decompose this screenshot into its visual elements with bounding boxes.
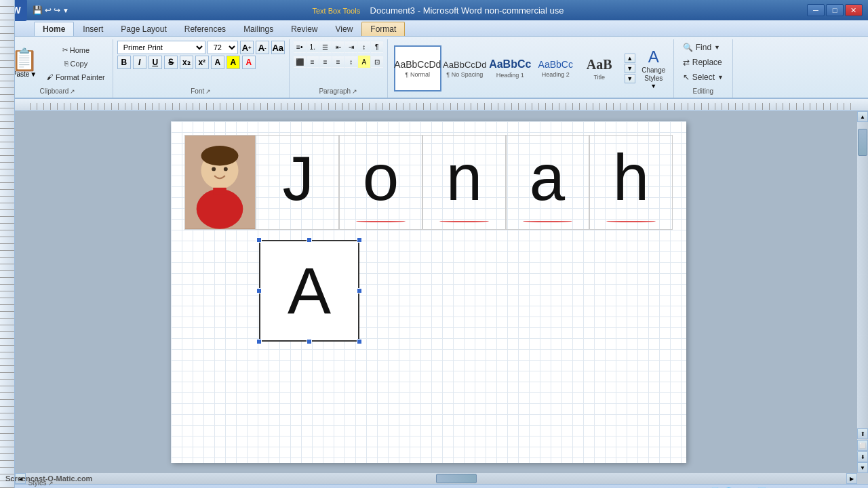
bullets-button[interactable]: ≡• <box>294 41 306 53</box>
scroll-thumb-h[interactable] <box>436 474 477 483</box>
italic-button[interactable]: I <box>133 56 146 69</box>
text-effects-button[interactable]: A <box>211 56 224 69</box>
increase-indent-button[interactable]: ⇥ <box>345 41 357 53</box>
tab-format[interactable]: Format <box>361 22 405 36</box>
close-button[interactable]: ✕ <box>845 4 863 16</box>
scroll-next-button[interactable]: ⬇ <box>857 451 868 462</box>
subscript-button[interactable]: x₂ <box>180 56 193 69</box>
numbering-button[interactable]: 1. <box>307 41 319 53</box>
shrink-font-button[interactable]: A- <box>256 41 269 54</box>
shading-button[interactable]: A <box>358 56 370 68</box>
styles-scroll-up[interactable]: ▲ <box>625 54 635 63</box>
minimize-button[interactable]: ─ <box>807 4 825 16</box>
find-button[interactable]: 🔍 Find ▼ <box>678 41 725 54</box>
style-nospace[interactable]: AaBbCcDd ¶ No Spacing <box>443 45 487 92</box>
quick-more[interactable]: ▼ <box>62 7 69 14</box>
align-center-button[interactable]: ≡ <box>307 56 319 68</box>
tab-insert[interactable]: Insert <box>74 22 112 36</box>
underline-button[interactable]: U <box>149 56 162 69</box>
style-normal[interactable]: AaBbCcDd ¶ Normal <box>394 45 441 92</box>
replace-button[interactable]: ⇄ Replace <box>678 56 727 69</box>
handle-bottom-middle[interactable] <box>307 339 312 344</box>
document-page: J o n a h <box>171 121 686 463</box>
line-spacing-button[interactable]: ↕ <box>345 56 357 68</box>
photo-placeholder <box>185 136 255 229</box>
handle-middle-left[interactable] <box>256 288 262 293</box>
scroll-track-v[interactable] <box>857 122 868 428</box>
select-button[interactable]: ↖ Select ▼ <box>678 70 728 84</box>
style-h2[interactable]: AaBbCc Heading 2 <box>534 45 578 92</box>
tab-mailings[interactable]: Mailings <box>235 22 282 36</box>
letter-A: A <box>288 253 331 328</box>
cut-button[interactable]: ✂ Home <box>43 44 108 56</box>
copy-button[interactable]: ⎘ Copy <box>43 58 108 70</box>
find-dropdown[interactable]: ▼ <box>714 44 720 51</box>
svg-rect-6 <box>213 188 226 195</box>
page-container[interactable]: J o n a h <box>0 111 857 473</box>
format-painter-button[interactable]: 🖌 Format Painter <box>43 71 108 83</box>
handle-bottom-left[interactable] <box>256 339 262 344</box>
change-styles-dropdown[interactable]: ▼ <box>650 83 656 89</box>
clipboard-group: 📋 Paste ▼ ✂ Home ⎘ Copy 🖌 Format Painter <box>3 39 113 98</box>
tab-page-layout[interactable]: Page Layout <box>112 22 175 36</box>
style-title[interactable]: AaB Title <box>579 45 620 92</box>
clear-format-button[interactable]: Aa <box>271 41 285 54</box>
find-icon: 🔍 <box>683 43 693 52</box>
paste-button[interactable]: 📋 <box>11 49 38 70</box>
decrease-indent-button[interactable]: ⇤ <box>332 41 344 53</box>
grow-font-button[interactable]: A+ <box>240 41 254 54</box>
change-styles-button[interactable]: A Change Styles ▼ <box>637 45 671 92</box>
window-title: Text Box Tools Document3 - Microsoft Wor… <box>312 5 564 16</box>
highlight-button[interactable]: A <box>226 56 240 69</box>
scroll-up-button[interactable]: ▲ <box>857 111 868 122</box>
paragraph-label: Paragraph ↗ <box>294 86 383 96</box>
editing-content: 🔍 Find ▼ ⇄ Replace ↖ Select ▼ <box>678 41 728 86</box>
tab-home[interactable]: Home <box>34 22 74 36</box>
svg-point-1 <box>197 189 243 229</box>
handle-bottom-right[interactable] <box>357 339 362 344</box>
bold-button[interactable]: B <box>117 56 131 69</box>
paste-dropdown[interactable]: ▼ <box>30 70 37 78</box>
scroll-track-h[interactable] <box>26 473 846 484</box>
styles-scroll-more[interactable]: ▼ <box>625 74 635 83</box>
quick-undo[interactable]: ↩ <box>45 5 52 15</box>
squiggle-a <box>523 220 572 222</box>
styles-scroll-down[interactable]: ▼ <box>625 64 635 73</box>
handle-top-right[interactable] <box>357 237 362 243</box>
scroll-down-button[interactable]: ▼ <box>857 462 868 473</box>
scroll-page-button[interactable]: ⬜ <box>857 440 868 451</box>
quick-redo[interactable]: ↪ <box>54 5 60 15</box>
font-name-select[interactable]: Primer Print <box>117 41 205 54</box>
letter-a: a <box>528 146 568 220</box>
selected-textbox[interactable]: A <box>259 240 359 342</box>
maximize-button[interactable]: □ <box>826 4 844 16</box>
align-left-button[interactable]: ⬛ <box>294 56 306 68</box>
show-formatting-button[interactable]: ¶ <box>371 41 383 53</box>
sort-button[interactable]: ↕ <box>358 41 370 53</box>
handle-top-left[interactable] <box>256 237 262 243</box>
quick-save[interactable]: 💾 <box>33 5 43 15</box>
handle-top-middle[interactable] <box>307 237 312 243</box>
handle-middle-right[interactable] <box>357 288 362 293</box>
font-color-button[interactable]: A <box>242 56 256 69</box>
multilevel-list-button[interactable]: ☰ <box>319 41 332 53</box>
horizontal-scrollbar[interactable]: ◀ ▶ <box>15 473 857 484</box>
paragraph-expand[interactable]: ↗ <box>352 88 357 95</box>
font-expand[interactable]: ↗ <box>205 88 211 95</box>
justify-button[interactable]: ≡ <box>332 56 344 68</box>
superscript-button[interactable]: x² <box>195 56 209 69</box>
scroll-right-button[interactable]: ▶ <box>846 473 857 484</box>
font-size-select[interactable]: 72 <box>208 41 238 54</box>
clipboard-expand[interactable]: ↗ <box>70 88 75 95</box>
tab-view[interactable]: View <box>327 22 362 36</box>
align-right-button[interactable]: ≡ <box>319 56 332 68</box>
select-dropdown[interactable]: ▼ <box>717 74 724 81</box>
boy-photo <box>185 136 255 229</box>
style-h1[interactable]: AaBbCc Heading 1 <box>488 45 532 92</box>
tab-references[interactable]: References <box>176 22 235 36</box>
scroll-thumb-v[interactable] <box>858 129 867 156</box>
scroll-prev-button[interactable]: ⬆ <box>857 428 868 439</box>
borders-button[interactable]: ⊡ <box>371 56 383 68</box>
strikethrough-button[interactable]: S̶ <box>164 56 178 69</box>
tab-review[interactable]: Review <box>282 22 326 36</box>
